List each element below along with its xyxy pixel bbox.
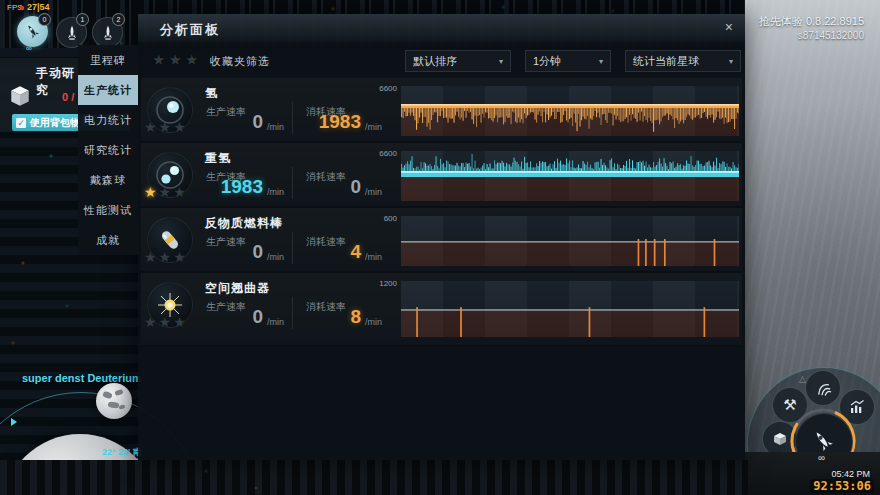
consumption-rate-value: 4 <box>291 241 361 263</box>
stats-sidebar: 里程碑 生产统计 电力统计 研究统计 戴森球 性能测试 成就 <box>78 45 138 255</box>
chevron-down-icon: ▾ <box>729 57 733 66</box>
panel-titlebar: 分析面板 × <box>138 14 745 42</box>
star-icon[interactable]: ★ <box>152 51 168 68</box>
star-icon[interactable]: ★ <box>173 119 188 135</box>
box-icon <box>772 431 788 447</box>
production-rate-unit: /min <box>267 252 284 262</box>
claw-icon <box>815 380 832 397</box>
item-star-rating[interactable]: ★★★ <box>144 119 188 135</box>
favorites-filter-label: 收藏夹筛选 <box>210 54 270 69</box>
star-icon[interactable]: ★ <box>159 249 174 265</box>
sidebar-item-milestones[interactable]: 里程碑 <box>78 45 138 75</box>
item-star-rating[interactable]: ★★★ <box>144 184 188 200</box>
sidebar-item-performance-test[interactable]: 性能测试 <box>78 195 138 225</box>
production-rate-value: 0 <box>193 306 263 328</box>
sidebar-item-production-stats[interactable]: 生产统计 <box>78 75 138 105</box>
scope-dropdown[interactable]: 统计当前星球 ▾ <box>625 50 741 72</box>
item-name: 空间翘曲器 <box>205 280 270 297</box>
sort-dropdown[interactable]: 默认排序 ▾ <box>405 50 511 72</box>
consumption-rate-unit: /min <box>365 187 382 197</box>
research-count: 0 / <box>62 91 74 103</box>
game-screen: FPS 27|54 0 ∞ 1 2 <box>0 0 880 495</box>
sidebar-item-dyson-sphere[interactable]: 戴森球 <box>78 165 138 195</box>
spaceship-icon <box>63 24 81 42</box>
panel-title: 分析面板 <box>160 21 220 39</box>
position-marker-icon <box>11 418 17 426</box>
item-star-rating[interactable]: ★★★ <box>144 314 188 330</box>
background-bottom-strip <box>0 460 748 495</box>
spaceship-icon <box>99 24 117 42</box>
production-rate-value: 0 <box>193 241 263 263</box>
consumption-rate-value: 1983 <box>291 111 361 133</box>
stat-row-space-warper[interactable]: ★★★ 空间翘曲器 生产速率 0 /min 消耗速率 8 /min 1200 <box>141 273 742 347</box>
stat-row-deuterium[interactable]: ★★★ 重氢 生产速率 1983 /min 消耗速率 0 /min 6600 <box>141 143 742 208</box>
stat-row-hydrogen[interactable]: ★★★ 氢 生产速率 0 /min 消耗速率 1983 /min 6600 <box>141 78 742 143</box>
chart-max-label: 6600 <box>367 84 397 93</box>
playtime-counter: 92:53:06 <box>810 479 874 493</box>
chart-max-label: 6600 <box>367 149 397 158</box>
version-label: 抢先体验 0.8.22.8915 <box>759 14 864 29</box>
production-rate-unit: /min <box>267 122 284 132</box>
chevron-down-icon: ▾ <box>599 57 603 66</box>
fps-value: 27|54 <box>27 2 50 12</box>
star-icon[interactable]: ★ <box>144 119 159 135</box>
star-icon[interactable]: ★ <box>144 184 159 200</box>
consumption-rate-unit: /min <box>365 252 382 262</box>
item-name: 重氢 <box>205 150 231 167</box>
antimatter-fuel-rod-rate-chart[interactable] <box>401 216 739 266</box>
star-icon[interactable]: ★ <box>144 314 159 330</box>
time-range-dropdown[interactable]: 1分钟 ▾ <box>525 50 611 72</box>
sidebar-item-research-stats[interactable]: 研究统计 <box>78 135 138 165</box>
star-icon[interactable]: ★ <box>159 314 174 330</box>
star-icon[interactable]: ★ <box>159 119 174 135</box>
space-warper-rate-chart[interactable] <box>401 281 739 337</box>
star-icon[interactable]: ★ <box>173 314 188 330</box>
stat-row-antimatter-fuel-rod[interactable]: ★★★ 反物质燃料棒 生产速率 0 /min 消耗速率 4 /min 600 <box>141 208 742 273</box>
moon-globe-icon[interactable] <box>96 383 132 419</box>
consumption-rate-unit: /min <box>365 317 382 327</box>
chevron-down-icon: ▾ <box>499 57 503 66</box>
matrix-cube-icon <box>8 84 32 108</box>
consumption-rate-value: 8 <box>291 306 361 328</box>
analysis-panel: 分析面板 × ★★★ 收藏夹筛选 默认排序 ▾ 1分钟 ▾ 统计当前星球 ▾ ★… <box>138 14 745 460</box>
background-glints <box>0 0 2 2</box>
time-range-value: 1分钟 <box>533 54 561 69</box>
hover-tooltip: super denst Deuterium <box>22 372 142 384</box>
star-icon[interactable]: ★ <box>159 184 174 200</box>
production-rate-value: 1983 <box>193 176 263 198</box>
star-icon[interactable]: ★ <box>173 249 188 265</box>
item-name: 反物质燃料棒 <box>205 215 283 232</box>
chart-max-label: 600 <box>367 214 397 223</box>
deuterium-rate-chart[interactable] <box>401 151 739 201</box>
hydrogen-rate-chart[interactable] <box>401 86 739 136</box>
manual-research-panel: 手动研究 0 / ✓ 使用背包物资 <box>0 58 78 132</box>
mecha-drones-button[interactable] <box>805 370 841 406</box>
slot-badge: 2 <box>112 13 125 26</box>
local-clock: 05:42 PM <box>831 469 870 479</box>
slot-badge: 1 <box>76 13 89 26</box>
scope-value: 统计当前星球 <box>633 54 699 69</box>
chart-max-label: 1200 <box>367 279 397 288</box>
star-filter[interactable]: ★★★ <box>152 51 201 69</box>
record-dot-icon <box>20 6 24 10</box>
item-star-rating[interactable]: ★★★ <box>144 249 188 265</box>
sidebar-item-power-stats[interactable]: 电力统计 <box>78 105 138 135</box>
close-icon[interactable]: × <box>725 19 733 35</box>
slot-badge: 0 <box>38 13 51 26</box>
production-rate-unit: /min <box>267 317 284 327</box>
sort-dropdown-value: 默认排序 <box>413 54 457 69</box>
infinity-label: ∞ <box>26 44 32 53</box>
checkbox-checked-icon[interactable]: ✓ <box>16 118 26 128</box>
star-icon[interactable]: ★ <box>144 249 159 265</box>
consumption-rate-unit: /min <box>365 122 382 132</box>
star-icon[interactable]: ★ <box>173 184 188 200</box>
star-icon[interactable]: ★ <box>185 51 201 68</box>
infinity-icon: ∞ <box>818 452 825 463</box>
seed-label: s87145132000 <box>798 30 864 41</box>
star-icon[interactable]: ★ <box>168 51 184 68</box>
production-rate-unit: /min <box>267 187 284 197</box>
production-rate-value: 0 <box>193 111 263 133</box>
sidebar-item-achievements[interactable]: 成就 <box>78 225 138 255</box>
consumption-rate-value: 0 <box>291 176 361 198</box>
item-name: 氢 <box>205 85 218 102</box>
